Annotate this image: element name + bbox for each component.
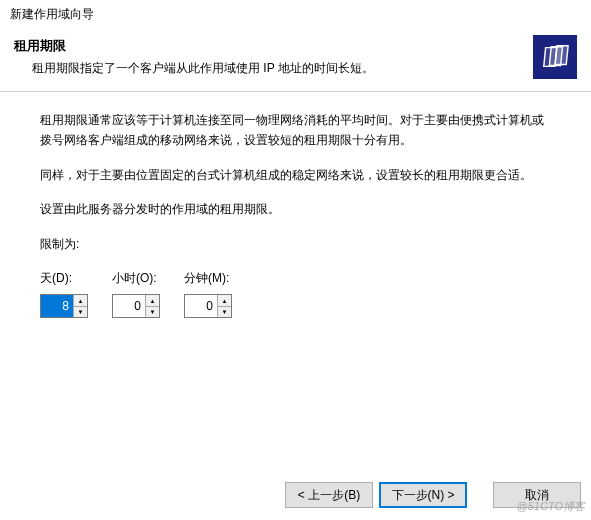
- scope-icon: [533, 35, 577, 79]
- duration-inputs: 天(D): ▲ ▼ 小时(O): ▲ ▼ 分钟(M):: [40, 268, 551, 318]
- window-title: 新建作用域向导: [0, 0, 591, 27]
- hours-label: 小时(O):: [112, 268, 160, 288]
- days-stepper[interactable]: ▲ ▼: [40, 294, 88, 318]
- paragraph-3: 设置由此服务器分发时的作用域的租用期限。: [40, 199, 551, 219]
- hours-stepper[interactable]: ▲ ▼: [112, 294, 160, 318]
- hours-input[interactable]: [113, 295, 145, 317]
- paragraph-2: 同样，对于主要由位置固定的台式计算机组成的稳定网络来说，设置较长的租用期限更合适…: [40, 165, 551, 185]
- page-subtitle: 租用期限指定了一个客户端从此作用域使用 IP 地址的时间长短。: [14, 59, 577, 77]
- days-down-icon[interactable]: ▼: [74, 307, 87, 318]
- cancel-button[interactable]: 取消: [493, 482, 581, 508]
- minutes-label: 分钟(M):: [184, 268, 232, 288]
- next-button[interactable]: 下一步(N) >: [379, 482, 467, 508]
- wizard-footer: < 上一步(B) 下一步(N) > 取消: [0, 470, 591, 520]
- days-input[interactable]: [41, 295, 73, 317]
- wizard-content: 租用期限通常应该等于计算机连接至同一物理网络消耗的平均时间。对于主要由便携式计算…: [0, 92, 591, 328]
- minutes-down-icon[interactable]: ▼: [218, 307, 231, 318]
- minutes-up-icon[interactable]: ▲: [218, 295, 231, 307]
- limit-label: 限制为:: [40, 234, 551, 254]
- page-title: 租用期限: [14, 37, 577, 55]
- minutes-stepper[interactable]: ▲ ▼: [184, 294, 232, 318]
- wizard-header: 租用期限 租用期限指定了一个客户端从此作用域使用 IP 地址的时间长短。: [0, 27, 591, 91]
- hours-down-icon[interactable]: ▼: [146, 307, 159, 318]
- hours-up-icon[interactable]: ▲: [146, 295, 159, 307]
- back-button[interactable]: < 上一步(B): [285, 482, 373, 508]
- days-up-icon[interactable]: ▲: [74, 295, 87, 307]
- days-label: 天(D):: [40, 268, 88, 288]
- minutes-input[interactable]: [185, 295, 217, 317]
- paragraph-1: 租用期限通常应该等于计算机连接至同一物理网络消耗的平均时间。对于主要由便携式计算…: [40, 110, 551, 151]
